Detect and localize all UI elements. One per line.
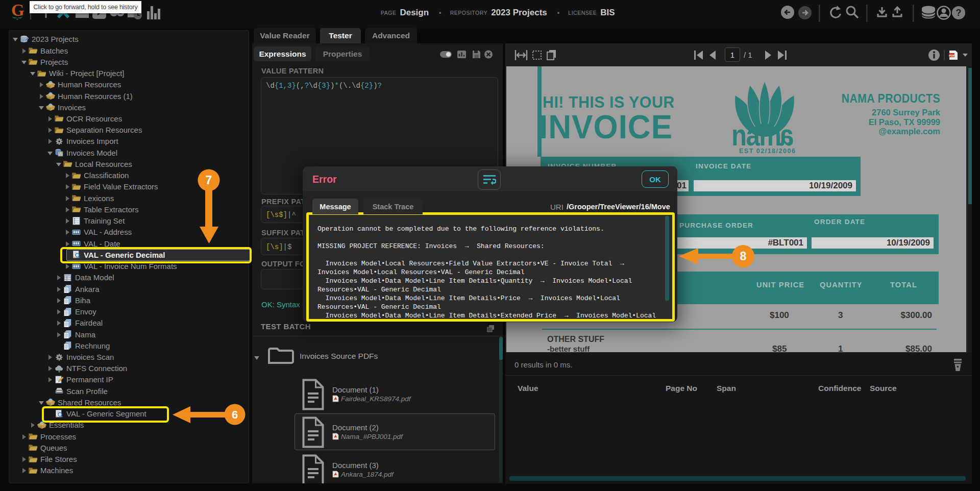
svg-text:PDF: PDF (949, 54, 955, 57)
svg-text:8: 8 (740, 250, 747, 263)
svg-text:?: ? (956, 8, 962, 18)
svg-text:6: 6 (232, 408, 238, 421)
svg-text:7: 7 (206, 174, 212, 187)
